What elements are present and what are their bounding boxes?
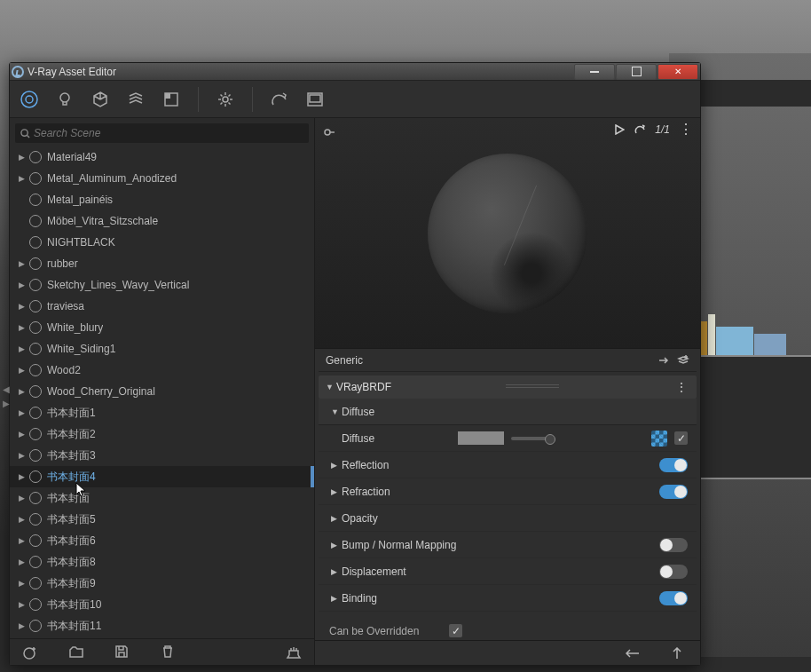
expand-icon[interactable]: ▶ [19,515,28,524]
section-toggle[interactable] [659,458,688,472]
properties-panel: 1/1 ⋮ Generic ▼ VRayBRDF [315,118,700,665]
search-field[interactable] [15,123,309,143]
material-item[interactable]: ▶书本封面6 [10,530,314,551]
override-checkbox[interactable] [449,624,462,637]
import-button[interactable] [68,644,84,660]
expand-icon[interactable]: ▶ [19,600,28,609]
expand-icon[interactable]: ▶ [19,451,28,460]
expand-icon[interactable]: ▶ [19,579,28,588]
save-button[interactable] [114,644,130,660]
frame-buffer-button[interactable] [304,89,326,110]
section-toggle[interactable] [659,591,688,605]
add-layer-icon[interactable] [670,354,689,367]
expand-icon[interactable]: ▶ [19,494,28,502]
material-name: 书本封面10 [47,597,101,613]
material-item[interactable]: ▶书本封面2 [10,423,314,445]
preview-pin-button[interactable] [322,125,336,139]
section-reflection[interactable]: ▶Reflection [319,452,697,478]
expand-icon[interactable]: ▶ [19,344,28,353]
expand-icon[interactable]: ▶ [19,557,28,566]
minimize-button[interactable] [574,64,615,80]
material-item[interactable]: ▶书本封面8 [10,551,314,573]
material-item[interactable]: ▶Möbel_Vitra_Sitzschale [10,210,314,232]
panel-collapse-handle[interactable]: ◀▶ [3,384,9,409]
material-item[interactable]: ▶Wood2 [10,360,314,381]
diffuse-slider[interactable] [511,437,554,440]
lights-tab[interactable] [54,89,75,110]
expand-icon[interactable]: ▶ [19,430,28,439]
expand-icon[interactable]: ▶ [19,408,28,417]
delete-button[interactable] [161,644,177,660]
add-material-button[interactable] [22,644,38,660]
expand-icon[interactable]: ▶ [19,153,28,162]
diffuse-texture-toggle[interactable] [674,431,688,445]
material-item[interactable]: ▶书本封面3 [10,445,314,466]
material-item[interactable]: ▶书本封面9 [10,573,314,594]
section-toggle[interactable] [659,538,688,552]
brdf-menu-button[interactable]: ⋮ [673,380,689,394]
material-name: 书本封面5 [47,512,96,527]
expand-icon[interactable]: ▶ [19,536,28,545]
diffuse-texture-slot[interactable] [651,431,667,447]
close-button[interactable] [657,64,698,80]
material-item[interactable]: ▶NIGHTBLACK [10,232,314,253]
material-item[interactable]: ▶书本封面 [10,487,314,509]
material-item[interactable]: ▶Sketchy_Lines_Wavy_Vertical [10,274,314,296]
expand-icon[interactable]: ▶ [19,387,28,396]
diffuse-color-swatch[interactable] [458,431,504,445]
settings-button[interactable] [215,89,236,110]
texture-tab[interactable] [161,89,182,110]
svg-rect-4 [165,93,170,99]
material-name: 书本封面4 [47,470,96,485]
material-item[interactable]: ▶Metal_Aluminum_Anodized [10,168,314,189]
material-type-row: Generic [319,349,697,372]
section-binding[interactable]: ▶Binding [319,585,697,612]
material-item[interactable]: ▶书本封面10 [10,594,314,615]
back-button[interactable] [626,648,640,659]
material-item[interactable]: ▶White_Siding1 [10,338,314,360]
geometry-tab[interactable] [90,89,111,110]
material-item[interactable]: ▶书本封面1 [10,402,314,423]
section-refraction[interactable]: ▶Refraction [319,478,697,505]
material-tree[interactable]: ▶Material49▶Metal_Aluminum_Anodized▶Meta… [10,146,314,638]
material-item[interactable]: ▶书本封面4 [10,466,314,487]
up-button[interactable] [672,647,682,660]
section-diffuse[interactable]: ▼Diffuse [319,399,697,425]
purge-button[interactable] [286,644,302,660]
brdf-section[interactable]: ▼ VRayBRDF ⋮ [319,376,697,399]
expand-icon[interactable]: ▶ [19,302,28,311]
render-button[interactable] [269,89,290,110]
section-displacement[interactable]: ▶Displacement [319,558,697,585]
material-item[interactable]: ▶Metal_painéis [10,189,314,210]
preview-menu-button[interactable]: ⋮ [679,125,693,134]
svg-point-10 [325,130,330,135]
section-bump-normal-mapping[interactable]: ▶Bump / Normal Mapping [319,532,697,558]
preview-render-button[interactable] [634,123,646,136]
material-item[interactable]: ▶rubber [10,253,314,274]
render-elements-tab[interactable] [125,89,146,110]
expand-icon[interactable]: ▶ [19,323,28,332]
material-item[interactable]: ▶Wood_Cherry_Original [10,381,314,402]
expand-icon[interactable]: ▶ [19,281,28,289]
material-item[interactable]: ▶Material49 [10,146,314,168]
go-to-parent-icon[interactable] [650,354,670,367]
preview-play-button[interactable] [614,124,625,135]
expand-icon[interactable]: ▶ [19,174,28,183]
material-name: 书本封面9 [47,576,96,591]
material-item[interactable]: ▶书本封面11 [10,615,314,636]
search-input[interactable] [34,127,303,139]
expand-icon[interactable]: ▶ [19,366,28,375]
material-item[interactable]: ▶traviesa [10,296,314,317]
section-toggle[interactable] [659,565,688,579]
materials-tab[interactable] [19,89,40,110]
maximize-button[interactable] [616,64,657,80]
titlebar[interactable]: V-Ray Asset Editor [10,63,700,81]
drag-handle-icon[interactable] [506,384,559,390]
expand-icon[interactable]: ▶ [19,472,28,481]
expand-icon[interactable]: ▶ [19,621,28,630]
section-opacity[interactable]: ▶Opacity [319,505,697,532]
material-item[interactable]: ▶White_blury [10,317,314,338]
expand-icon[interactable]: ▶ [19,259,28,268]
material-item[interactable]: ▶书本封面5 [10,509,314,530]
section-toggle[interactable] [659,485,688,499]
